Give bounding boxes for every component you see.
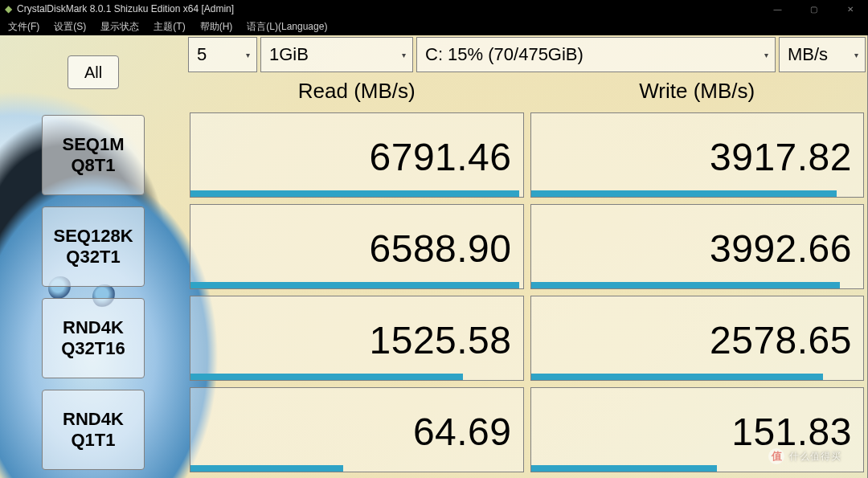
- result-bar: [190, 374, 463, 380]
- result-value: 2578.65: [710, 318, 852, 362]
- window-controls: — ▢ ✕: [760, 0, 868, 18]
- result-bar: [190, 190, 519, 197]
- run-all-button[interactable]: All: [68, 55, 119, 89]
- menu-theme[interactable]: 主题(T): [154, 20, 185, 34]
- chevron-down-icon: ▾: [402, 51, 406, 59]
- app-icon: ◆: [5, 3, 12, 14]
- smzdm-watermark: 值 什么值得买: [768, 446, 857, 467]
- test-size-value: 1GiB: [269, 44, 309, 65]
- result-bar: [531, 282, 841, 288]
- test-count-value: 5: [197, 44, 207, 65]
- unit-value: MB/s: [788, 44, 828, 65]
- row-label-seq1m: SEQ1M Q8T1: [0, 109, 186, 201]
- row-label-seq128k: SEQ128K Q32T1: [0, 201, 186, 292]
- result-bar: [531, 465, 718, 472]
- watermark-text: 什么值得买: [789, 450, 841, 464]
- result-value: 64.69: [413, 410, 512, 454]
- row-label-rnd4k-q1t1: RND4K Q1T1: [0, 384, 186, 476]
- content-area: All 5 ▾ 1GiB ▾ C: 15% (70/475GiB) ▾ MB/s…: [0, 35, 868, 478]
- row-label-line2: Q32T1: [66, 247, 120, 268]
- result-bar: [531, 374, 824, 380]
- benchmark-grid: All 5 ▾ 1GiB ▾ C: 15% (70/475GiB) ▾ MB/s…: [0, 35, 868, 478]
- row-label-line1: SEQ128K: [53, 226, 133, 247]
- result-bar: [190, 465, 343, 472]
- row-label-line2: Q1T1: [71, 430, 115, 451]
- menu-settings[interactable]: 设置(S): [54, 20, 86, 34]
- app-window: ◆ CrystalDiskMark 8.0.1 Shizuku Edition …: [0, 0, 868, 478]
- result-value: 3917.82: [710, 135, 852, 179]
- result-seq128k-read: 6588.90: [190, 204, 524, 289]
- menu-language[interactable]: 语言(L)(Language): [247, 20, 327, 34]
- header-read: Read (MB/s): [186, 72, 527, 109]
- result-value: 6791.46: [369, 135, 511, 179]
- chevron-down-icon: ▾: [764, 51, 768, 59]
- selector-row: 5 ▾ 1GiB ▾ C: 15% (70/475GiB) ▾ MB/s ▾: [186, 35, 867, 72]
- watermark-icon: 值: [768, 448, 784, 464]
- minimize-button[interactable]: —: [760, 0, 796, 18]
- row-label-line1: RND4K: [63, 409, 124, 430]
- run-rnd4k-q32t16-button[interactable]: RND4K Q32T16: [42, 298, 145, 378]
- row-label-line2: Q32T16: [61, 338, 125, 359]
- row-label-line1: SEQ1M: [62, 134, 124, 155]
- result-rnd4k-q1t1-read: 64.69: [190, 387, 524, 472]
- unit-select[interactable]: MB/s ▾: [779, 37, 866, 72]
- result-seq1m-write: 3917.82: [530, 112, 865, 198]
- menubar: 文件(F) 设置(S) 显示状态 主题(T) 帮助(H) 语言(L)(Langu…: [0, 18, 868, 35]
- drive-value: C: 15% (70/475GiB): [425, 44, 583, 65]
- menu-help[interactable]: 帮助(H): [200, 20, 233, 34]
- row-label-line2: Q8T1: [71, 155, 115, 176]
- run-rnd4k-q1t1-button[interactable]: RND4K Q1T1: [42, 390, 145, 470]
- menu-view[interactable]: 显示状态: [100, 20, 139, 34]
- result-bar: [531, 190, 837, 197]
- window-title: CrystalDiskMark 8.0.1 Shizuku Edition x6…: [17, 3, 234, 14]
- titlebar[interactable]: ◆ CrystalDiskMark 8.0.1 Shizuku Edition …: [0, 0, 868, 18]
- maximize-button[interactable]: ▢: [796, 0, 832, 18]
- chevron-down-icon: ▾: [246, 51, 250, 59]
- result-value: 3992.66: [710, 227, 852, 271]
- result-value: 1525.58: [369, 318, 511, 362]
- row-label-rnd4k-q32t16: RND4K Q32T16: [0, 292, 186, 384]
- result-bar: [190, 282, 519, 288]
- menu-file[interactable]: 文件(F): [8, 20, 39, 34]
- test-size-select[interactable]: 1GiB ▾: [260, 37, 413, 72]
- chevron-down-icon: ▾: [854, 51, 858, 59]
- header-write: Write (MB/s): [527, 72, 868, 109]
- result-seq128k-write: 3992.66: [530, 204, 865, 289]
- close-button[interactable]: ✕: [832, 0, 868, 18]
- result-value: 6588.90: [369, 227, 511, 271]
- run-seq1m-button[interactable]: SEQ1M Q8T1: [42, 115, 145, 195]
- test-count-select[interactable]: 5 ▾: [188, 37, 257, 72]
- result-seq1m-read: 6791.46: [190, 112, 524, 198]
- all-cell: All: [0, 35, 186, 109]
- result-rnd4k-q32t16-write: 2578.65: [530, 296, 865, 381]
- drive-select[interactable]: C: 15% (70/475GiB) ▾: [416, 37, 776, 72]
- result-rnd4k-q32t16-read: 1525.58: [190, 296, 524, 381]
- row-label-line1: RND4K: [63, 317, 124, 338]
- run-seq128k-button[interactable]: SEQ128K Q32T1: [42, 206, 145, 287]
